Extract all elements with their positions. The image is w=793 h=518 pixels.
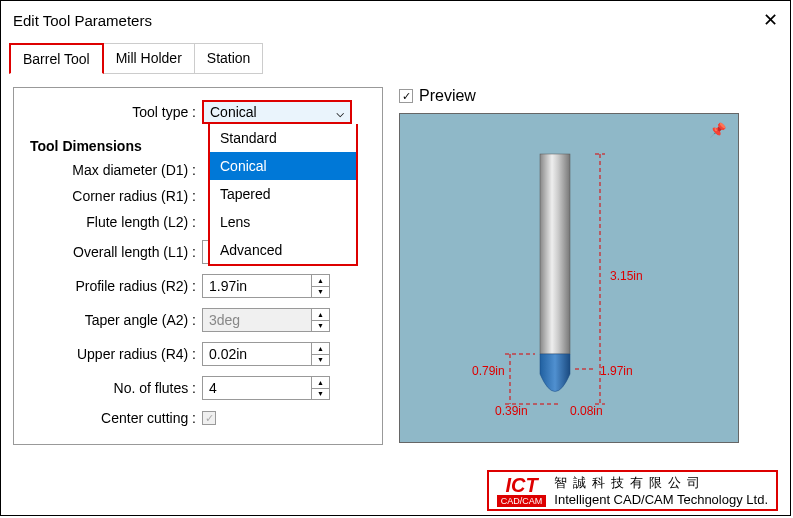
preview-viewport[interactable]: 📌 [399, 113, 739, 443]
no-flutes-spinner[interactable]: ▲▼ [312, 376, 330, 400]
option-lens[interactable]: Lens [210, 208, 356, 236]
dim-height: 3.15in [610, 269, 643, 283]
titlebar: Edit Tool Parameters ✕ [1, 1, 790, 39]
down-icon[interactable]: ▼ [312, 321, 329, 332]
taper-angle-label: Taper angle (A2) : [22, 312, 202, 328]
no-flutes-input[interactable] [202, 376, 312, 400]
content-area: Tool type : Conical ⌵ Standard Conical T… [1, 79, 790, 453]
no-flutes-label: No. of flutes : [22, 380, 202, 396]
chevron-down-icon: ⌵ [336, 104, 344, 120]
tab-mill-holder[interactable]: Mill Holder [103, 43, 195, 74]
taper-angle-row: Taper angle (A2) : ▲▼ [22, 308, 374, 332]
upper-radius-input[interactable] [202, 342, 312, 366]
profile-radius-row: Profile radius (R2) : ▲▼ [22, 274, 374, 298]
max-diameter-label: Max diameter (D1) : [22, 162, 202, 178]
option-standard[interactable]: Standard [210, 124, 356, 152]
parameters-panel: Tool type : Conical ⌵ Standard Conical T… [13, 87, 383, 445]
window-title: Edit Tool Parameters [13, 12, 152, 29]
option-advanced[interactable]: Advanced [210, 236, 356, 264]
tool-type-dropdown[interactable]: Conical ⌵ [202, 100, 352, 124]
corner-radius-label: Corner radius (R1) : [22, 188, 202, 204]
up-icon[interactable]: ▲ [312, 343, 329, 355]
logo-ict: ICT [505, 475, 537, 495]
down-icon[interactable]: ▼ [312, 355, 329, 366]
tool-type-options: Standard Conical Tapered Lens Advanced [208, 124, 358, 266]
down-icon[interactable]: ▼ [312, 287, 329, 298]
preview-toggle-row: ✓ Preview [399, 87, 778, 105]
profile-radius-label: Profile radius (R2) : [22, 278, 202, 294]
down-icon[interactable]: ▼ [312, 389, 329, 400]
logo-cn: 智誠科技有限公司 [554, 474, 768, 492]
tool-type-value: Conical [210, 104, 257, 120]
flute-length-label: Flute length (L2) : [22, 214, 202, 230]
tab-station[interactable]: Station [194, 43, 264, 74]
dialog-window: Edit Tool Parameters ✕ Barrel Tool Mill … [0, 0, 791, 516]
tool-type-label: Tool type : [22, 104, 202, 120]
overall-length-label: Overall length (L1) : [22, 244, 202, 260]
logo-sub: CAD/CAM [497, 495, 547, 507]
center-cutting-checkbox: ✓ [202, 411, 216, 425]
tab-bar: Barrel Tool Mill Holder Station [1, 39, 790, 79]
preview-label: Preview [419, 87, 476, 105]
center-cutting-label: Center cutting : [22, 410, 202, 426]
logo-watermark: ICT CAD/CAM 智誠科技有限公司 Intelligent CAD/CAM… [487, 470, 778, 511]
option-conical[interactable]: Conical [210, 152, 356, 180]
tool-type-row: Tool type : Conical ⌵ Standard Conical T… [22, 100, 374, 124]
preview-panel: ✓ Preview 📌 [399, 87, 778, 445]
logo-en: Intelligent CAD/CAM Technology Ltd. [554, 492, 768, 507]
taper-angle-spinner[interactable]: ▲▼ [312, 308, 330, 332]
option-tapered[interactable]: Tapered [210, 180, 356, 208]
tab-barrel-tool[interactable]: Barrel Tool [9, 43, 104, 74]
upper-radius-label: Upper radius (R4) : [22, 346, 202, 362]
center-cutting-row: Center cutting : ✓ [22, 410, 374, 426]
dim-lower1: 0.39in [495, 404, 528, 418]
preview-checkbox[interactable]: ✓ [399, 89, 413, 103]
up-icon[interactable]: ▲ [312, 309, 329, 321]
dim-profile: 1.97in [600, 364, 633, 378]
dim-lower2: 0.08in [570, 404, 603, 418]
no-flutes-row: No. of flutes : ▲▼ [22, 376, 374, 400]
upper-radius-spinner[interactable]: ▲▼ [312, 342, 330, 366]
up-icon[interactable]: ▲ [312, 275, 329, 287]
svg-rect-0 [540, 154, 570, 354]
profile-radius-spinner[interactable]: ▲▼ [312, 274, 330, 298]
dim-flute: 0.79in [472, 364, 505, 378]
upper-radius-row: Upper radius (R4) : ▲▼ [22, 342, 374, 366]
profile-radius-input[interactable] [202, 274, 312, 298]
taper-angle-input [202, 308, 312, 332]
tool-preview-svg [400, 114, 740, 444]
close-icon[interactable]: ✕ [763, 9, 778, 31]
up-icon[interactable]: ▲ [312, 377, 329, 389]
